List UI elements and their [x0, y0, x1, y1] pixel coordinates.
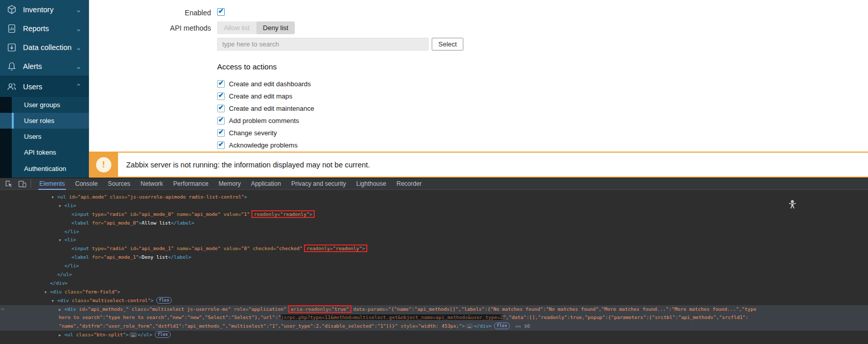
- disclosure-right-icon[interactable]: ▶: [59, 331, 64, 340]
- tab-performance[interactable]: Performance: [168, 178, 214, 190]
- disclosure-down-icon[interactable]: ▼: [44, 288, 50, 297]
- code-token: Deny list: [142, 254, 168, 260]
- code-line[interactable]: ▼<div class="form-field">: [0, 288, 868, 297]
- code-token: <label: [72, 254, 92, 260]
- code-line[interactable]: </li>: [0, 262, 868, 271]
- code-token: "api_mode_0": [104, 220, 139, 226]
- code-token: </label>: [168, 254, 192, 260]
- code-line[interactable]: <input type="radio" id="api_mode_0" name…: [0, 210, 868, 219]
- exclamation-icon: !: [96, 157, 111, 173]
- disclosure-down-icon[interactable]: ▼: [59, 202, 64, 211]
- sidebar-item-api-tokens[interactable]: API tokens: [0, 144, 89, 160]
- tab-elements[interactable]: Elements: [34, 178, 70, 190]
- warning-icon-box: !: [89, 153, 118, 177]
- action-checkbox[interactable]: ✔: [217, 80, 225, 88]
- sidebar-item-user-roles[interactable]: User roles: [0, 113, 89, 129]
- code-token: "multiselect-control": [89, 298, 151, 303]
- selected-indicator: [12, 113, 14, 129]
- api-methods-label: API methods: [89, 24, 211, 32]
- flex-badge[interactable]: flex: [155, 331, 170, 338]
- readonly-annotation-box: aria-readonly="true": [288, 305, 351, 313]
- tab-privacy-and-security[interactable]: Privacy and security: [286, 178, 351, 190]
- code-line[interactable]: </ul>: [0, 271, 868, 279]
- code-line[interactable]: ▼<div class="multiselect-control">flex: [0, 297, 868, 305]
- collapsed-children-ellipsis[interactable]: …: [466, 324, 473, 329]
- api-methods-option-allow-list[interactable]: Allow list: [217, 21, 256, 34]
- selected-node-marker: == $0: [515, 323, 530, 329]
- inspect-element-icon[interactable]: [5, 180, 13, 188]
- code-line[interactable]: ▼<li>: [0, 202, 868, 210]
- action-checkbox[interactable]: ✔: [217, 92, 225, 100]
- code-token: <div: [64, 306, 79, 312]
- checkmark-icon: ✔: [218, 79, 224, 87]
- code-line[interactable]: <label for="api_mode_0">Allow list</labe…: [0, 219, 868, 228]
- action-checkbox[interactable]: ✔: [217, 129, 225, 137]
- search-input[interactable]: [217, 38, 429, 51]
- code-token: "api_methods_": [88, 306, 129, 312]
- tab-sources[interactable]: Sources: [103, 178, 135, 190]
- sidebar-item-authentication[interactable]: Authentication: [0, 160, 89, 178]
- code-line[interactable]: here to search":"type here to search","n…: [0, 313, 868, 322]
- code-line[interactable]: ▼<li>: [0, 236, 868, 244]
- code-line[interactable]: </div>: [0, 279, 868, 288]
- disclosure-down-icon[interactable]: ▼: [52, 193, 57, 202]
- code-line[interactable]: <input type="radio" id="api_mode_1" name…: [0, 244, 868, 253]
- code-token: "true": [332, 306, 349, 312]
- code-line[interactable]: ▶<ul class="btn-split">…</ul>flex: [0, 331, 868, 339]
- line-options-dots[interactable]: ⋯: [1, 305, 5, 314]
- sidebar: Inventory⌄Reports⌄Data collection⌄Alerts…: [0, 0, 89, 178]
- code-token: >: [118, 289, 121, 294]
- sidebar-item-user-groups[interactable]: User groups: [0, 97, 89, 113]
- tab-lighthouse[interactable]: Lighthouse: [351, 178, 391, 190]
- code-line[interactable]: </li>: [0, 228, 868, 236]
- code-token: </li>: [64, 263, 79, 268]
- device-toolbar-icon[interactable]: [18, 180, 27, 188]
- disclosure-down-icon[interactable]: ▼: [52, 297, 57, 306]
- code-token: "{"name":"api_methods[]","labels":{"No m…: [388, 306, 757, 312]
- enabled-label: Enabled: [89, 9, 211, 17]
- code-line[interactable]: ⋯▶<div id="api_methods_" class="multisel…: [0, 305, 868, 314]
- tab-application[interactable]: Application: [246, 178, 286, 190]
- code-token: style=: [401, 323, 418, 329]
- code-line[interactable]: ▼<ul id="api.mode" class="js-userrole-ap…: [0, 193, 868, 202]
- code-token: id=: [127, 211, 139, 217]
- sidebar-item-reports[interactable]: Reports⌄: [0, 19, 89, 38]
- tab-recorder[interactable]: Recorder: [391, 178, 427, 190]
- code-token: "application": [248, 306, 286, 312]
- code-token: "readonly": [333, 245, 362, 251]
- tab-memory[interactable]: Memory: [214, 178, 246, 190]
- sidebar-item-data-collection[interactable]: Data collection⌄: [0, 38, 89, 57]
- action-checkbox-list: ✔Create and edit dashboards✔Create and e…: [217, 78, 314, 163]
- tab-network[interactable]: Network: [135, 178, 168, 190]
- code-token: "width: 453px;": [418, 323, 462, 329]
- action-checkbox-label: Add problem comments: [229, 117, 299, 125]
- flex-badge[interactable]: flex: [494, 323, 509, 329]
- code-line[interactable]: <label for="api_mode_1">Deny list</label…: [0, 253, 868, 262]
- code-line[interactable]: "name","dstfrm":"user_role_form","dstfld…: [0, 322, 868, 331]
- report-icon: [7, 23, 17, 34]
- sidebar-item-users[interactable]: Users⌃: [0, 76, 89, 97]
- code-token: "0": [241, 245, 250, 251]
- action-checkbox[interactable]: ✔: [217, 141, 225, 149]
- select-button[interactable]: Select: [432, 38, 463, 51]
- api-methods-toggle: Allow listDeny list: [217, 21, 295, 34]
- chevron-down-icon: ⌄: [76, 43, 82, 52]
- code-token: >: [151, 298, 154, 303]
- action-checkbox[interactable]: ✔: [217, 105, 225, 112]
- sidebar-item-inventory[interactable]: Inventory⌄: [0, 0, 89, 19]
- code-token: </ul>: [138, 332, 153, 337]
- code-token: "radio": [107, 245, 127, 251]
- flex-badge[interactable]: flex: [156, 297, 172, 304]
- sidebar-item-alerts[interactable]: Alerts⌄: [0, 57, 89, 76]
- code-token: <div: [57, 298, 72, 303]
- action-checkbox[interactable]: ✔: [217, 117, 225, 125]
- api-methods-option-deny-list[interactable]: Deny list: [256, 21, 295, 34]
- disclosure-down-icon[interactable]: ▼: [59, 236, 64, 245]
- collapsed-children-ellipsis[interactable]: …: [130, 332, 137, 337]
- tab-console[interactable]: Console: [70, 178, 103, 190]
- enabled-checkbox[interactable]: ✔: [217, 8, 225, 16]
- sidebar-item-users[interactable]: Users: [0, 129, 89, 144]
- disclosure-right-icon[interactable]: ▶: [59, 306, 64, 314]
- action-checkbox-label: Change severity: [229, 129, 277, 137]
- code-token: >: [244, 194, 247, 200]
